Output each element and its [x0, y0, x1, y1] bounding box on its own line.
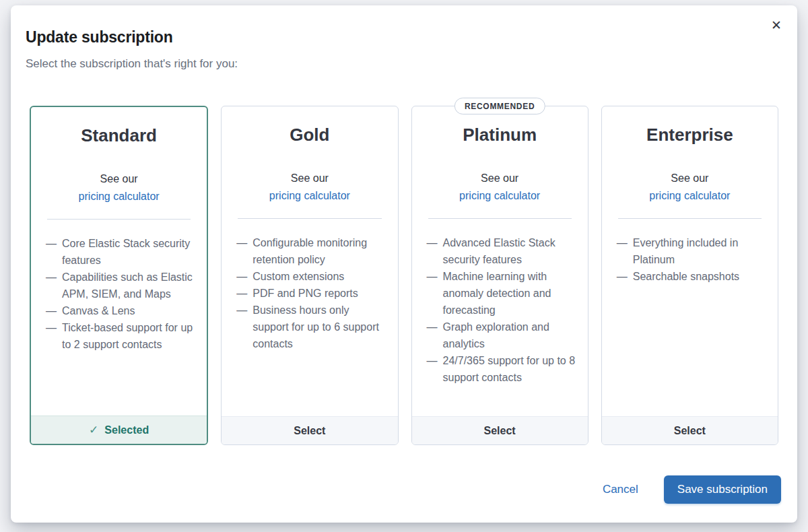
list-item: —Configurable monitoring retention polic…	[236, 234, 385, 268]
pricing-calculator-link[interactable]: pricing calculator	[412, 187, 588, 205]
select-button-label: Select	[484, 425, 516, 437]
plan-title: Enterprise	[602, 125, 778, 145]
save-subscription-button[interactable]: Save subscription	[664, 475, 781, 504]
feature-text: Machine learning with anomaly detection …	[443, 268, 576, 319]
list-item: —Capabilities such as Elastic APM, SIEM,…	[46, 269, 195, 302]
plan-card-gold: Gold See our pricing calculator —Configu…	[221, 106, 398, 445]
select-button-label: Select	[674, 425, 706, 437]
list-item: —Everything included in Platinum	[617, 234, 766, 268]
plan-title: Platinum	[412, 125, 588, 145]
feature-text: Advanced Elastic Stack security features	[443, 234, 576, 268]
dash-bullet: —	[236, 302, 247, 352]
plan-card-platinum: RECOMMENDED Platinum See our pricing cal…	[411, 106, 588, 445]
list-item: —Custom extensions	[236, 268, 385, 285]
feature-text: PDF and PNG reports	[252, 285, 358, 302]
plan-card-enterprise: Enterprise See our pricing calculator —E…	[601, 106, 778, 445]
dash-bullet: —	[46, 302, 57, 319]
plan-cards-row: Standard See our pricing calculator —Cor…	[26, 106, 782, 445]
pricing-block: See our pricing calculator	[31, 170, 207, 205]
feature-text: Core Elastic Stack security features	[62, 235, 195, 269]
modal-subtitle: Select the subscription that's right for…	[26, 57, 782, 71]
divider	[47, 219, 191, 220]
dash-bullet: —	[427, 352, 438, 386]
select-button-label: Selected	[104, 424, 149, 436]
pricing-block: See our pricing calculator	[222, 170, 397, 205]
cancel-button[interactable]: Cancel	[603, 483, 638, 496]
feature-text: Business hours only support for up to 6 …	[252, 302, 385, 352]
modal-title: Update subscription	[26, 28, 782, 46]
pricing-block: See our pricing calculator	[412, 170, 588, 205]
feature-text: Canvas & Lens	[62, 302, 135, 319]
dash-bullet: —	[617, 234, 628, 268]
feature-text: Searchable snapshots	[633, 268, 739, 285]
dash-bullet: —	[236, 268, 247, 285]
pricing-calculator-link[interactable]: pricing calculator	[222, 187, 397, 205]
pricing-calculator-link[interactable]: pricing calculator	[602, 187, 778, 205]
list-item: —Searchable snapshots	[617, 268, 766, 285]
feature-text: Graph exploration and analytics	[443, 319, 576, 352]
dash-bullet: —	[236, 234, 247, 268]
list-item: —Core Elastic Stack security features	[46, 235, 195, 269]
list-item: —Machine learning with anomaly detection…	[427, 268, 576, 319]
list-item: —Advanced Elastic Stack security feature…	[427, 234, 576, 268]
see-our-text: See our	[222, 170, 397, 187]
dash-bullet: —	[46, 319, 57, 353]
dash-bullet: —	[427, 319, 438, 352]
select-enterprise-button[interactable]: Select	[602, 416, 778, 444]
list-item: —Ticket-based support for up to 2 suppor…	[46, 319, 195, 353]
pricing-calculator-link[interactable]: pricing calculator	[31, 188, 207, 205]
list-item: —Canvas & Lens	[46, 302, 195, 319]
feature-text: Custom extensions	[252, 268, 344, 285]
modal-actions: Cancel Save subscription	[26, 475, 782, 504]
see-our-text: See our	[602, 170, 778, 187]
select-platinum-button[interactable]: Select	[412, 416, 588, 444]
feature-text: Capabilities such as Elastic APM, SIEM, …	[62, 269, 195, 302]
plan-title: Standard	[31, 125, 207, 146]
feature-text: 24/7/365 support for up to 8 support con…	[443, 352, 576, 386]
select-standard-button[interactable]: ✓ Selected	[31, 415, 207, 444]
recommended-badge: RECOMMENDED	[454, 98, 545, 114]
list-item: —PDF and PNG reports	[236, 285, 385, 302]
see-our-text: See our	[412, 170, 588, 187]
pricing-block: See our pricing calculator	[602, 170, 778, 205]
feature-list: —Everything included in Platinum —Search…	[617, 234, 766, 285]
feature-list: —Configurable monitoring retention polic…	[236, 234, 385, 352]
dash-bullet: —	[617, 268, 628, 285]
dash-bullet: —	[236, 285, 247, 302]
dash-bullet: —	[427, 234, 438, 268]
list-item: —Graph exploration and analytics	[427, 319, 576, 352]
close-icon[interactable]: ✕	[768, 16, 785, 34]
feature-list: —Core Elastic Stack security features —C…	[46, 235, 195, 353]
list-item: —Business hours only support for up to 6…	[236, 302, 385, 352]
select-gold-button[interactable]: Select	[222, 416, 397, 444]
feature-list: —Advanced Elastic Stack security feature…	[427, 234, 576, 386]
list-item: —24/7/365 support for up to 8 support co…	[427, 352, 576, 386]
divider	[618, 218, 762, 219]
dash-bullet: —	[427, 268, 438, 319]
dash-bullet: —	[46, 235, 57, 269]
plan-card-standard: Standard See our pricing calculator —Cor…	[30, 106, 208, 445]
divider	[428, 218, 572, 219]
feature-text: Everything included in Platinum	[633, 234, 766, 268]
feature-text: Ticket-based support for up to 2 support…	[62, 319, 195, 353]
see-our-text: See our	[31, 170, 207, 188]
check-icon: ✓	[89, 423, 98, 437]
feature-text: Configurable monitoring retention policy	[252, 234, 385, 268]
dash-bullet: —	[46, 269, 57, 302]
plan-title: Gold	[222, 125, 397, 145]
select-button-label: Select	[294, 425, 325, 437]
divider	[238, 218, 381, 219]
update-subscription-modal: ✕ Update subscription Select the subscri…	[11, 5, 797, 523]
